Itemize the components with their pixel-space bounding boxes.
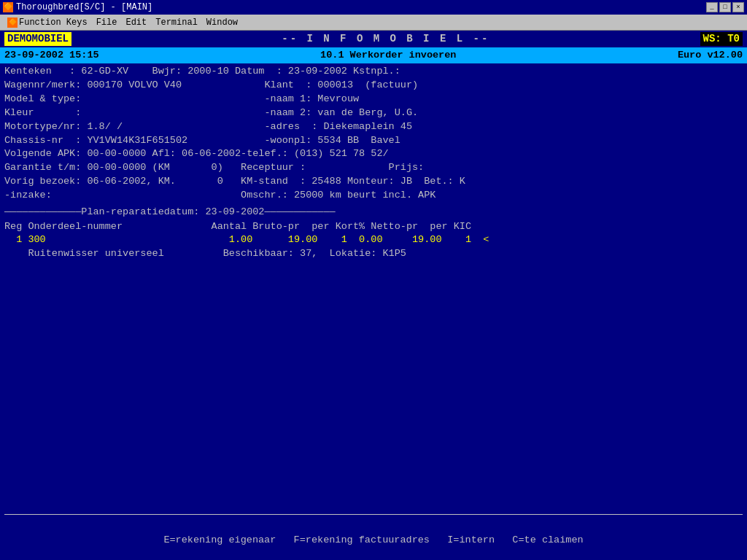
euro-version: Euro v12.00 bbox=[678, 49, 743, 62]
demomobiel-label: DEMOMOBIEL bbox=[4, 32, 71, 46]
function-keys-menu[interactable]: 🔶 Function Keys bbox=[3, 17, 92, 28]
werkorder-title: 10.1 Werkorder invoeren bbox=[320, 49, 456, 62]
datetime-label: 23-09-2002 15:15 bbox=[4, 49, 99, 62]
infomobiel-title: -- I N F O M O B I E L -- bbox=[282, 32, 489, 46]
table-row-1-main: 1 300 1.00 19.00 1 0.00 19.00 1 < bbox=[0, 233, 747, 246]
minimize-button[interactable]: _ bbox=[706, 2, 718, 12]
title-bar-left: 🔶 Thoroughbred[S/C] - [MAIN] bbox=[3, 2, 152, 12]
file-menu[interactable]: File bbox=[92, 17, 122, 28]
line-8: Garantie t/m: 00-00-0000 (KM 0) Receptuu… bbox=[4, 161, 743, 175]
table-header: Reg Onderdeel-nummer Aantal Bruto-pr per… bbox=[0, 220, 747, 233]
title-controls[interactable]: _ □ × bbox=[706, 2, 744, 12]
table-row-1-desc: Ruitenwisser universeel Beschikbaar: 37,… bbox=[0, 247, 747, 260]
line-10: -inzake: Omschr.: 25000 km beurt incl. A… bbox=[4, 189, 743, 203]
close-button[interactable]: × bbox=[732, 2, 744, 12]
edit-menu[interactable]: Edit bbox=[121, 17, 151, 28]
menu-bar: 🔶 Function Keys File Edit Terminal Windo… bbox=[0, 15, 747, 31]
ws-badge: WS: T0 bbox=[700, 32, 743, 46]
plan-row: —————————————Plan-reparatiedatum: 23-09-… bbox=[0, 204, 747, 220]
line-3: Model & type: -naam 1: Mevrouw bbox=[4, 93, 743, 106]
title-bar: 🔶 Thoroughbred[S/C] - [MAIN] _ □ × bbox=[0, 0, 747, 15]
line-5: Motortype/nr: 1.8/ / -adres : Diekemaple… bbox=[4, 120, 743, 134]
line-4: Kleur : -naam 2: van de Berg, U.G. bbox=[4, 106, 743, 120]
terminal-area: DEMOMOBIEL -- I N F O M O B I E L -- WS:… bbox=[0, 31, 747, 560]
terminal-menu[interactable]: Terminal bbox=[151, 17, 202, 28]
app-icon: 🔶 bbox=[3, 2, 13, 12]
line-7: Volgende APK: 00-00-0000 Afl: 06-06-2002… bbox=[4, 147, 743, 161]
line-2: Wagennr/merk: 000170 VOLVO V40 Klant : 0… bbox=[4, 79, 743, 93]
header-row2: 23-09-2002 15:15 10.1 Werkorder invoeren… bbox=[0, 47, 747, 63]
bottom-text: E=rekening eigenaar F=rekening factuurad… bbox=[0, 534, 747, 547]
header-row1: DEMOMOBIEL -- I N F O M O B I E L -- WS:… bbox=[0, 31, 747, 47]
line-9: Vorig bezoek: 06-06-2002, KM. 0 KM-stand… bbox=[4, 175, 743, 189]
line-1: Kenteken : 62-GD-XV Bwjr: 2000-10 Datum … bbox=[4, 65, 743, 79]
function-keys-label: Function Keys bbox=[19, 18, 88, 28]
line-6: Chassis-nr : YV1VW14K31F651502 -woonpl: … bbox=[4, 134, 743, 148]
content-area: Kenteken : 62-GD-XV Bwjr: 2000-10 Datum … bbox=[0, 63, 747, 204]
maximize-button[interactable]: □ bbox=[719, 2, 731, 12]
function-keys-icon: 🔶 bbox=[7, 18, 18, 28]
window-title: Thoroughbred[S/C] - [MAIN] bbox=[16, 2, 152, 12]
window-menu[interactable]: Window bbox=[202, 17, 242, 28]
bottom-divider bbox=[4, 514, 743, 515]
